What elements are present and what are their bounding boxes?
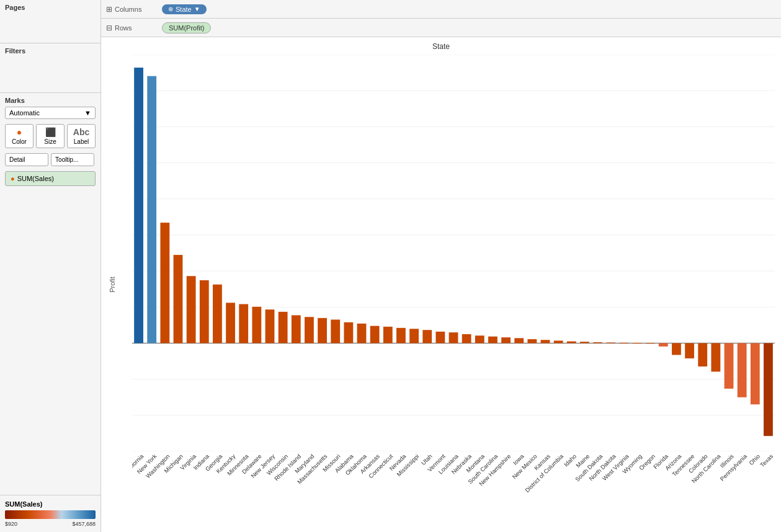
rows-grid-icon: ⊟ xyxy=(106,24,112,32)
chart-svg: $80,000$70,000$60,000$50,000$40,000$30,0… xyxy=(132,55,775,451)
color-icon: ● xyxy=(17,127,22,137)
left-panel: Pages Filters Marks Automatic ▼ ● Color … xyxy=(0,0,101,532)
dropdown-arrow-icon: ▼ xyxy=(84,109,91,117)
svg-rect-44 xyxy=(554,340,563,343)
svg-rect-58 xyxy=(738,343,747,397)
svg-rect-34 xyxy=(422,330,432,343)
detail-label: Detail xyxy=(9,156,25,163)
svg-rect-47 xyxy=(593,342,602,343)
svg-rect-23 xyxy=(279,312,288,344)
marks-label: Marks xyxy=(5,97,96,104)
svg-rect-13 xyxy=(147,76,156,344)
svg-rect-24 xyxy=(292,315,301,343)
svg-rect-49 xyxy=(619,343,628,344)
svg-rect-50 xyxy=(633,343,642,344)
rows-shelf: ⊟ Rows SUM(Profit) xyxy=(101,19,781,37)
legend-section: SUM(Sales) $920 $457,688 xyxy=(0,495,100,532)
svg-rect-46 xyxy=(580,342,589,343)
rows-profit-pill[interactable]: SUM(Profit) xyxy=(162,22,211,33)
chart-title: State xyxy=(101,42,781,51)
svg-rect-53 xyxy=(672,343,681,355)
svg-rect-35 xyxy=(435,332,445,344)
main-area: ⊞ Columns ⊕ State ▼ ⊟ Rows SUM(Profit) S… xyxy=(101,0,781,532)
pages-label: Pages xyxy=(5,4,96,11)
svg-rect-30 xyxy=(370,326,380,344)
dimension-icon: ⊕ xyxy=(168,6,173,12)
label-icon: Abc xyxy=(73,127,89,137)
svg-rect-43 xyxy=(541,340,550,343)
marks-type-dropdown[interactable]: Automatic ▼ xyxy=(5,107,96,119)
svg-rect-41 xyxy=(514,338,524,343)
svg-rect-42 xyxy=(527,339,537,343)
svg-rect-22 xyxy=(266,309,275,343)
svg-rect-54 xyxy=(685,343,694,358)
svg-rect-18 xyxy=(213,285,222,344)
svg-rect-29 xyxy=(357,324,367,344)
svg-rect-51 xyxy=(646,343,655,344)
sum-sales-button[interactable]: ● SUM(Sales) xyxy=(5,171,96,186)
label-button[interactable]: Abc Label xyxy=(67,124,96,148)
legend-title: SUM(Sales) xyxy=(5,500,96,508)
marks-type-label: Automatic xyxy=(9,109,40,117)
legend-max: $457,688 xyxy=(72,521,96,527)
size-button[interactable]: ⬛ Size xyxy=(36,124,65,148)
svg-rect-28 xyxy=(344,322,353,344)
svg-rect-36 xyxy=(449,332,458,343)
filter-icon: ▼ xyxy=(194,6,200,12)
columns-shelf: ⊞ Columns ⊕ State ▼ xyxy=(101,0,781,19)
legend-min: $920 xyxy=(5,521,17,527)
filters-label: Filters xyxy=(5,47,96,55)
columns-state-label: State xyxy=(176,6,192,13)
columns-state-pill[interactable]: ⊕ State ▼ xyxy=(162,4,207,14)
svg-rect-48 xyxy=(606,342,615,343)
svg-rect-19 xyxy=(226,303,235,343)
svg-rect-31 xyxy=(383,327,393,344)
marks-section: Marks Automatic ▼ ● Color ⬛ Size Abc Lab… xyxy=(0,93,100,495)
svg-rect-45 xyxy=(567,342,576,344)
y-axis-label: Profit xyxy=(109,277,116,293)
marks-row2: Detail Tooltip... xyxy=(5,153,96,166)
sum-sales-label: SUM(Sales) xyxy=(17,175,54,182)
tooltip-button[interactable]: Tooltip... xyxy=(51,153,94,166)
svg-rect-21 xyxy=(252,307,261,344)
svg-rect-55 xyxy=(698,343,707,366)
svg-rect-25 xyxy=(305,317,314,343)
x-labels-container: CaliforniaNew YorkWashingtonMichiganVirg… xyxy=(132,451,775,532)
size-label: Size xyxy=(44,138,56,145)
svg-rect-40 xyxy=(501,337,511,343)
svg-rect-52 xyxy=(659,343,668,346)
chart-area: State Profit $80,000$70,000$60,000$50,00… xyxy=(101,37,781,532)
svg-rect-38 xyxy=(475,335,484,343)
size-icon: ⬛ xyxy=(45,127,56,137)
svg-rect-20 xyxy=(239,304,248,343)
rows-profit-label: SUM(Profit) xyxy=(169,24,204,32)
legend-labels: $920 $457,688 xyxy=(5,521,96,527)
rows-label: ⊟ Rows xyxy=(106,24,162,32)
svg-rect-33 xyxy=(409,329,419,343)
svg-rect-32 xyxy=(396,328,406,344)
filters-section: Filters xyxy=(0,43,100,93)
svg-rect-17 xyxy=(200,280,209,343)
columns-label: ⊞ Columns xyxy=(106,5,162,14)
tooltip-label: Tooltip... xyxy=(55,156,78,163)
grid-icon: ⊞ xyxy=(106,5,112,14)
color-label: Color xyxy=(12,138,27,145)
svg-rect-16 xyxy=(187,276,196,343)
svg-rect-15 xyxy=(174,255,183,343)
svg-rect-57 xyxy=(725,343,734,388)
svg-rect-27 xyxy=(331,319,340,343)
svg-rect-26 xyxy=(318,318,327,344)
svg-rect-59 xyxy=(751,343,760,404)
svg-rect-12 xyxy=(134,68,143,343)
sum-sales-icon: ● xyxy=(11,175,15,182)
marks-grid: ● Color ⬛ Size Abc Label xyxy=(5,124,96,148)
svg-rect-37 xyxy=(462,334,471,344)
pages-section: Pages xyxy=(0,0,100,43)
detail-button[interactable]: Detail xyxy=(5,153,48,166)
svg-rect-39 xyxy=(488,337,498,344)
svg-rect-14 xyxy=(160,223,169,343)
color-button[interactable]: ● Color xyxy=(5,124,33,148)
svg-text:Texas: Texas xyxy=(759,453,775,469)
label-label: Label xyxy=(74,138,89,145)
legend-gradient xyxy=(5,510,96,519)
